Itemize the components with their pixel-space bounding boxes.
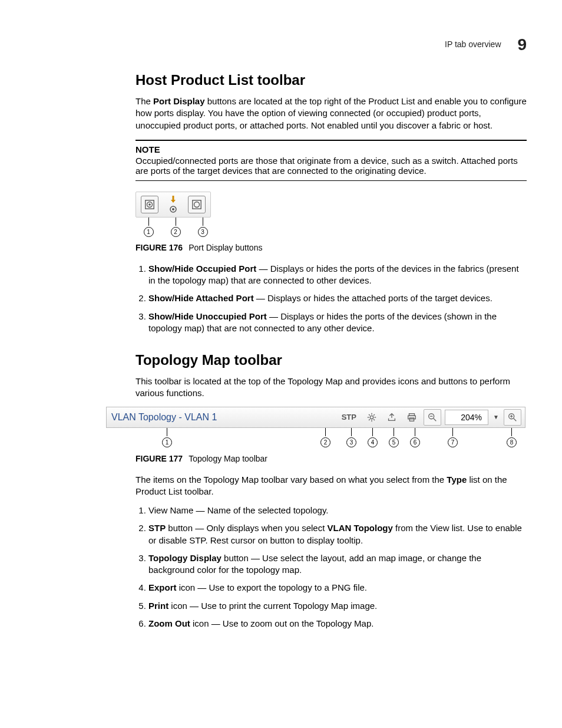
content-region: Host Product List toolbar The Port Displ… — [135, 72, 527, 630]
section1-intro: The Port Display buttons are located at … — [135, 95, 527, 131]
item-term: Export — [148, 582, 177, 592]
stp-button[interactable]: STP — [338, 413, 360, 421]
svg-line-17 — [369, 419, 370, 420]
callout: 6 — [410, 428, 420, 447]
figure-176-caption: FIGURE 176Port Display buttons — [135, 243, 527, 252]
svg-rect-19 — [408, 416, 416, 419]
list-item: STP button — Only displays when you sele… — [148, 522, 527, 546]
figure-176: 1 2 3 — [135, 192, 239, 237]
figure-176-callouts: 1 2 3 — [135, 218, 239, 237]
note-text: Occupied/connected ports are those that … — [135, 156, 527, 176]
attached-port-dot-icon — [169, 205, 177, 213]
callout: 1 — [140, 218, 157, 237]
section-title-host-product-list: Host Product List toolbar — [135, 72, 527, 88]
topology-display-button[interactable] — [363, 410, 380, 425]
item-term: Show/Hide Unoccupied Port — [148, 311, 267, 321]
list-item: Print icon — Use to print the current To… — [148, 600, 527, 612]
page-header: IP tab overview 9 — [59, 35, 527, 54]
svg-rect-20 — [409, 417, 414, 420]
svg-line-25 — [514, 418, 517, 421]
topology-map-toolbar: VLAN Topology - VLAN 1 STP — [106, 407, 525, 428]
export-button[interactable] — [384, 410, 400, 425]
view-name-label: VLAN Topology - VLAN 1 — [110, 412, 217, 423]
list-item: Show/Hide Attached Port — Displays or hi… — [148, 292, 527, 304]
show-hide-unoccupied-port-button[interactable] — [188, 196, 206, 213]
figure-number: FIGURE 176 — [135, 243, 183, 252]
item-term: Zoom Out — [148, 618, 190, 628]
text-bold: Type — [447, 475, 467, 485]
section2-desc: The items on the Topology Map toolbar va… — [135, 474, 527, 498]
section1-item-list: Show/Hide Occupied Port — Displays or hi… — [135, 263, 527, 334]
callout: 8 — [507, 428, 517, 447]
item-term: Show/Hide Attached Port — [148, 293, 254, 303]
zoom-in-icon — [507, 412, 518, 423]
item-desc: icon — Use to export the topology to a P… — [177, 582, 368, 592]
callout-number: 6 — [410, 437, 420, 447]
running-head: IP tab overview — [445, 39, 501, 49]
item-term: Show/Hide Occupied Port — [148, 263, 256, 274]
callout: 7 — [448, 428, 458, 447]
figure-177-caption: FIGURE 177Topology Map toolbar — [135, 454, 527, 463]
section-title-topology-map-toolbar: Topology Map toolbar — [135, 352, 527, 368]
zoom-out-icon — [427, 412, 438, 423]
zoom-dropdown-button[interactable]: ▼ — [492, 414, 500, 420]
item-term: STP — [148, 523, 166, 533]
svg-point-9 — [370, 416, 373, 419]
figure-caption-text: Port Display buttons — [189, 243, 262, 252]
section2-item-list: View Name — Name of the selected topolog… — [135, 505, 527, 630]
show-hide-attached-port-button[interactable] — [169, 196, 177, 213]
show-hide-occupied-port-button[interactable] — [141, 196, 158, 213]
callout-number: 1 — [144, 227, 154, 237]
zoom-level-field[interactable]: 204% — [445, 410, 488, 425]
list-item: Show/Hide Occupied Port — Displays or hi… — [148, 263, 527, 287]
callout-number: 1 — [162, 437, 172, 447]
svg-point-8 — [194, 202, 200, 207]
text-bold: Port Display — [153, 96, 205, 106]
callout-number: 2 — [171, 227, 181, 237]
svg-point-2 — [148, 203, 151, 206]
item-term: Topology Display — [148, 553, 222, 563]
svg-line-22 — [434, 418, 437, 421]
attached-port-icon — [169, 196, 177, 205]
print-button[interactable] — [404, 410, 420, 425]
callout: 4 — [368, 428, 378, 447]
callout-number: 3 — [346, 437, 356, 447]
svg-line-15 — [373, 419, 375, 420]
callout-number: 4 — [368, 437, 378, 447]
item-desc: icon — Use to zoom out on the Topology M… — [190, 618, 374, 628]
list-item: Zoom Out icon — Use to zoom out on the T… — [148, 618, 527, 630]
callout: 1 — [162, 428, 172, 447]
item-desc: View Name — Name of the selected topolog… — [148, 505, 328, 515]
gear-icon — [366, 412, 377, 423]
chevron-down-icon: ▼ — [493, 414, 499, 420]
note-label: NOTE — [135, 144, 527, 154]
figure-number: FIGURE 177 — [135, 454, 183, 463]
text: The — [135, 96, 153, 106]
svg-point-6 — [172, 208, 174, 210]
callout-number: 7 — [448, 437, 458, 447]
svg-line-14 — [369, 414, 370, 416]
callout-number: 3 — [198, 227, 208, 237]
list-item: Topology Display button — Use select the… — [148, 552, 527, 577]
callout: 3 — [194, 218, 211, 237]
unoccupied-port-icon — [191, 199, 202, 210]
port-display-toolbar — [135, 192, 211, 218]
figure-177: VLAN Topology - VLAN 1 STP — [106, 407, 525, 448]
chapter-number: 9 — [517, 35, 527, 54]
list-item: Export icon — Use to export the topology… — [148, 582, 527, 594]
print-icon — [406, 412, 417, 423]
svg-line-16 — [373, 414, 375, 416]
item-term: Print — [148, 601, 168, 611]
note-block: NOTE Occupied/connected ports are those … — [135, 140, 527, 181]
zoom-in-button[interactable] — [504, 409, 521, 426]
callout-number: 8 — [507, 437, 517, 447]
callout: 5 — [389, 428, 399, 447]
svg-marker-4 — [171, 200, 176, 203]
list-item: View Name — Name of the selected topolog… — [148, 505, 527, 516]
text: The items on the Topology Map toolbar va… — [135, 475, 447, 485]
callout-number: 5 — [389, 437, 399, 447]
item-desc: — Displays or hides the attached ports o… — [254, 293, 492, 303]
zoom-out-button[interactable] — [424, 409, 441, 426]
item-term: VLAN Topology — [328, 523, 393, 533]
callout: 2 — [320, 428, 330, 447]
